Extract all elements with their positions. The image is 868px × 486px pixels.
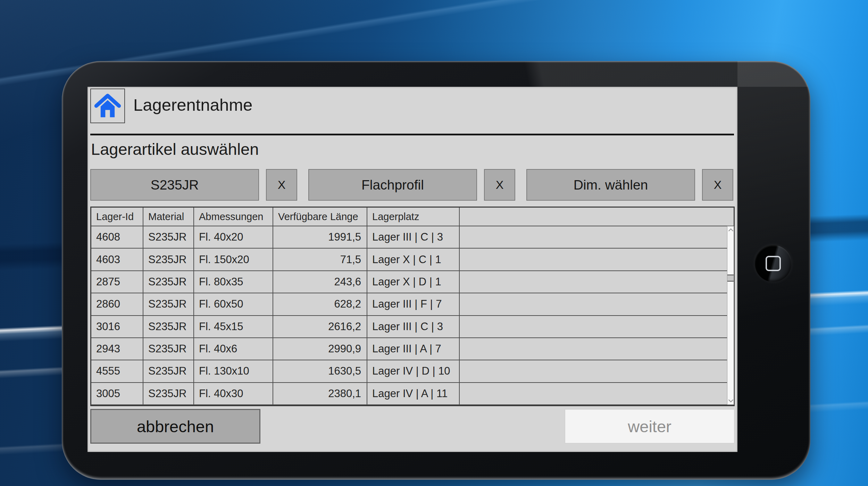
table-cell: S235JR [143, 338, 194, 360]
home-icon [93, 91, 122, 120]
column-header-material[interactable]: Material [143, 208, 194, 226]
table-cell: 2616,2 [273, 316, 367, 338]
table-cell: Fl. 130x10 [194, 360, 273, 383]
table-cell: 3016 [91, 316, 143, 338]
table-cell: 4555 [91, 360, 143, 383]
table-cell: 2990,9 [273, 338, 367, 360]
table-cell: 628,2 [273, 293, 367, 316]
dimension-filter-clear-button[interactable]: X [702, 169, 733, 201]
profile-filter-clear-button[interactable]: X [484, 169, 515, 201]
table-cell-filler [460, 293, 734, 316]
filter-row: S235JR X Flachprofil X Dim. wählen X [90, 169, 735, 201]
table-cell: Fl. 80x35 [194, 271, 273, 293]
table-cell: S235JR [143, 249, 194, 271]
table-cell: S235JR [143, 271, 194, 293]
table-cell: Fl. 40x20 [194, 226, 273, 249]
header-divider [90, 134, 734, 135]
table-cell: 2875 [91, 271, 143, 293]
cancel-button[interactable]: abbrechen [90, 409, 260, 444]
table-cell: Lager X | D | 1 [367, 271, 460, 293]
lagerentnahme-app: Lagerentnahme Lagerartikel auswählen S23… [87, 87, 737, 452]
column-header-laenge[interactable]: Verfügbare Länge [273, 208, 367, 226]
table-cell: Fl. 45x15 [194, 316, 273, 338]
column-header-lager-id[interactable]: Lager-Id [91, 208, 143, 226]
table-cell: Fl. 150x20 [194, 249, 273, 271]
table-cell-filler [460, 338, 734, 360]
table-cell: Lager III | C | 3 [367, 316, 460, 338]
table-cell: 71,5 [273, 249, 367, 271]
table-cell-filler [460, 271, 734, 293]
tablet-screen: Lagerentnahme Lagerartikel auswählen S23… [87, 87, 737, 452]
table-cell: 2943 [91, 338, 143, 360]
scroll-down-icon[interactable] [728, 397, 733, 402]
home-button[interactable] [90, 89, 125, 123]
table-cell: Lager III | A | 7 [367, 338, 460, 360]
table-cell: S235JR [143, 226, 194, 249]
table-cell: S235JR [143, 316, 194, 338]
table-cell-filler [460, 249, 734, 271]
material-filter-clear-button[interactable]: X [266, 169, 297, 201]
footer-button-row: abbrechen weiter [90, 409, 735, 444]
table-cell: 4608 [91, 226, 143, 249]
table-cell: Fl. 40x30 [194, 383, 273, 405]
table-cell: Lager III | C | 3 [367, 226, 460, 249]
material-filter-button[interactable]: S235JR [90, 169, 259, 201]
section-title: Lagerartikel auswählen [91, 140, 259, 159]
table-cell-filler [460, 383, 734, 405]
dimension-filter-button[interactable]: Dim. wählen [526, 169, 695, 201]
table-cell: 1630,5 [273, 360, 367, 383]
next-button[interactable]: weiter [565, 409, 735, 444]
column-header-filler [460, 208, 734, 226]
table-cell: 3005 [91, 383, 143, 405]
table-cell: Fl. 60x50 [194, 293, 273, 316]
table-cell: Lager IV | A | 11 [367, 383, 460, 405]
scroll-up-icon[interactable] [728, 228, 733, 233]
page-title: Lagerentnahme [133, 95, 252, 115]
table-cell: Lager IV | D | 10 [367, 360, 460, 383]
table-cell-filler [460, 316, 734, 338]
table-cell: 2860 [91, 293, 143, 316]
table-cell: 2380,1 [273, 383, 367, 405]
table-cell-filler [460, 226, 734, 249]
tablet-home-button[interactable] [755, 245, 792, 282]
table-cell: Lager III | F | 7 [367, 293, 460, 316]
table-cell-filler [460, 360, 734, 383]
bezel-reflection-top [62, 61, 810, 87]
table-cell: S235JR [143, 293, 194, 316]
table-scrollbar[interactable] [727, 226, 734, 405]
table-cell: Fl. 40x6 [194, 338, 273, 360]
table-cell: Lager X | C | 1 [367, 249, 460, 271]
tablet-frame: Lagerentnahme Lagerartikel auswählen S23… [62, 61, 810, 480]
column-header-abmessungen[interactable]: Abmessungen [194, 208, 273, 226]
table-cell: 243,6 [273, 271, 367, 293]
profile-filter-button[interactable]: Flachprofil [308, 169, 477, 201]
scrollbar-thumb[interactable] [727, 275, 734, 282]
desktop-wallpaper: { "app": { "title": "Lagerentnahme", "se… [0, 0, 868, 486]
table-cell: S235JR [143, 383, 194, 405]
table-cell: S235JR [143, 360, 194, 383]
tablet-home-icon [766, 256, 781, 271]
table-cell: 1991,5 [273, 226, 367, 249]
column-header-lagerplatz[interactable]: Lagerplatz [367, 208, 460, 226]
table-cell: 4603 [91, 249, 143, 271]
stock-table: Lager-Id Material Abmessungen Verfügbare… [90, 207, 735, 406]
